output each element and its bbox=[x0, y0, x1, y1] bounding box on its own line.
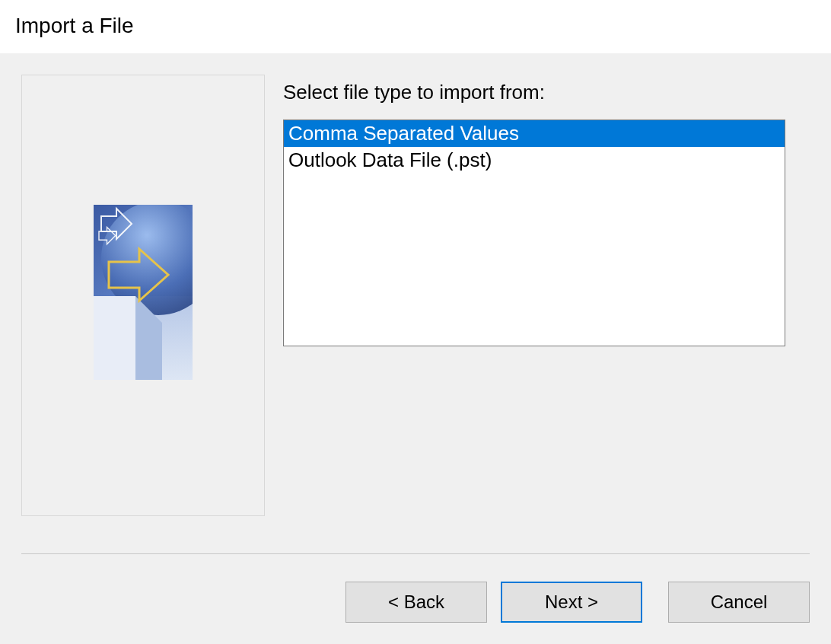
import-wizard-icon bbox=[94, 205, 193, 380]
content-area: Select file type to import from: Comma S… bbox=[0, 53, 831, 546]
instruction-label: Select file type to import from: bbox=[283, 81, 810, 104]
back-button[interactable]: < Back bbox=[345, 582, 487, 623]
file-type-option[interactable]: Comma Separated Values bbox=[284, 120, 785, 147]
svg-marker-3 bbox=[94, 296, 135, 380]
main-panel: Select file type to import from: Comma S… bbox=[283, 75, 810, 546]
button-row: < Back Next > Cancel bbox=[21, 582, 810, 623]
dialog-title: Import a File bbox=[0, 0, 831, 53]
next-button[interactable]: Next > bbox=[501, 582, 642, 623]
file-type-listbox[interactable]: Comma Separated Values Outlook Data File… bbox=[283, 120, 785, 346]
dialog-footer: < Back Next > Cancel bbox=[0, 546, 831, 644]
file-type-option[interactable]: Outlook Data File (.pst) bbox=[284, 147, 785, 174]
wizard-sidebar-panel bbox=[21, 75, 265, 516]
import-file-dialog: Import a File bbox=[0, 0, 831, 644]
cancel-button[interactable]: Cancel bbox=[668, 582, 810, 623]
separator bbox=[21, 553, 810, 554]
